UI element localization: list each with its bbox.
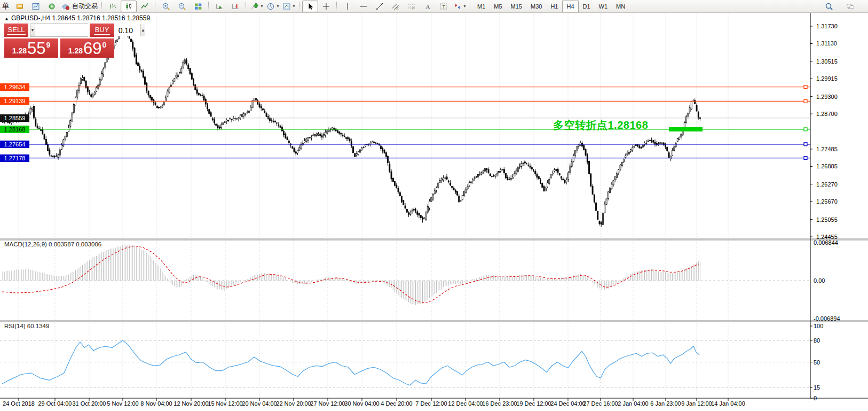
chart-title-text: GBPUSD-,H4 1.28645 1.28716 1.28516 1.285…	[11, 14, 150, 22]
horizontal-line-icon	[359, 2, 368, 11]
buy-price-display[interactable]: 1.28690	[60, 38, 114, 58]
chart-shift-button[interactable]	[227, 1, 243, 12]
timeframe-m1-button[interactable]: M1	[473, 1, 490, 12]
periods-icon	[266, 2, 275, 11]
toolbar-separator	[208, 2, 209, 11]
bar-chart-icon	[108, 2, 117, 11]
draw-arrows-button-dropdown-icon[interactable]: ▾	[463, 4, 465, 9]
pivot-annotation-text[interactable]: 多空转折点1.28168	[553, 118, 648, 133]
main-toolbar: 单自动交易▾▾▾EFAT▾M1M5M15M30H1H4D1W1MN	[0, 0, 868, 13]
zoom-out-button[interactable]	[174, 1, 190, 12]
chat-button[interactable]	[842, 1, 858, 12]
svg-text:E: E	[397, 6, 399, 10]
draw-vline-button[interactable]	[340, 1, 356, 12]
timeframe-w1-button[interactable]: W1	[595, 1, 612, 12]
draw-fibonacci-button[interactable]: F	[404, 1, 420, 12]
buy-price-big: 69	[83, 41, 101, 57]
templates-button[interactable]: ▾	[281, 1, 297, 12]
timeframe-h1-button[interactable]: H1	[546, 1, 562, 12]
zoom-out-icon	[178, 2, 186, 11]
sell-price-display[interactable]: 1.28559	[4, 38, 58, 58]
fibonacci-icon: F	[407, 2, 416, 11]
lot-stepper: ▼ ▲	[30, 24, 88, 37]
chart-title: ▲GBPUSD-,H4 1.28645 1.28716 1.28516 1.28…	[4, 14, 150, 22]
lot-decrease-button[interactable]: ▼	[30, 24, 35, 36]
candlestick-icon	[124, 2, 133, 11]
toolbar-separator	[155, 2, 156, 11]
timeframe-m5-button[interactable]: M5	[490, 1, 506, 12]
svg-text:A: A	[425, 3, 430, 10]
zoom-in-button[interactable]	[158, 1, 174, 12]
trend-line-icon	[375, 2, 384, 11]
one-click-trading-panel: SELL ▼ ▲ BUY 1.28559 1.28690	[4, 24, 114, 58]
crosshair-tool-button[interactable]	[318, 1, 334, 12]
candlestick-mode-button[interactable]	[121, 1, 137, 12]
new-order-button[interactable]	[12, 1, 28, 12]
bar-chart-mode-button[interactable]	[105, 1, 121, 12]
buy-button[interactable]: BUY	[90, 24, 114, 37]
draw-trendline-button[interactable]	[372, 1, 388, 12]
timeframe-mn-button[interactable]: MN	[612, 1, 629, 12]
svg-text:F: F	[413, 7, 415, 11]
text-icon: A	[423, 2, 432, 11]
autotrading-button-label: 自动交易	[72, 2, 98, 11]
timeframe-h4-button[interactable]: H4	[562, 1, 578, 12]
new-order-icon	[15, 2, 24, 11]
buy-price-prefix: 1.28	[68, 46, 83, 55]
chart-shift-icon	[231, 2, 240, 11]
text-label-icon: T	[439, 2, 448, 11]
zoom-in-icon	[162, 2, 170, 11]
rsi-indicator-label: RSI(14) 60.1349	[4, 323, 49, 329]
draw-text-button[interactable]: A	[420, 1, 436, 12]
chart-window-icon	[31, 2, 40, 11]
cursor-icon	[306, 2, 314, 11]
search-button[interactable]	[821, 1, 837, 12]
periods-button[interactable]: ▾	[265, 1, 281, 12]
lot-size-input[interactable]	[35, 24, 140, 36]
templates-icon	[282, 2, 291, 11]
periods-button-dropdown-icon[interactable]: ▾	[277, 4, 279, 9]
indicators-icon	[250, 2, 259, 11]
autotrading-button[interactable]: 自动交易	[60, 1, 99, 12]
cursor-tool-button[interactable]	[302, 1, 318, 12]
cloud-autotrading-icon	[61, 2, 70, 11]
auto-scroll-button[interactable]	[211, 1, 227, 12]
vertical-line-icon	[343, 2, 352, 11]
arrows-icon	[453, 2, 462, 11]
timeframe-m15-button[interactable]: M15	[507, 1, 526, 12]
draw-arrows-button[interactable]: ▾	[452, 1, 468, 12]
toolbar-separator	[470, 2, 471, 11]
tile-windows-button[interactable]	[190, 1, 206, 12]
channel-icon: E	[391, 2, 400, 11]
lot-increase-button[interactable]: ▲	[140, 24, 145, 36]
buy-price-pip: 0	[102, 41, 106, 49]
timeframe-d1-button[interactable]: D1	[579, 1, 595, 12]
tile-windows-icon	[194, 2, 202, 11]
new-chart-button[interactable]	[28, 1, 44, 12]
mt4-window: 单自动交易▾▾▾EFAT▾M1M5M15M30H1H4D1W1MN ▲GBPUS…	[0, 0, 868, 411]
sound-button[interactable]	[44, 1, 60, 12]
timeframe-m30-button[interactable]: M30	[526, 1, 546, 12]
collapse-panel-icon[interactable]: ▲	[4, 16, 9, 21]
line-chart-mode-button[interactable]	[137, 1, 153, 12]
menu-char[interactable]: 单	[2, 2, 10, 11]
svg-text:T: T	[443, 4, 446, 9]
indicators-button[interactable]: ▾	[249, 1, 265, 12]
indicators-button-dropdown-icon[interactable]: ▾	[261, 4, 263, 9]
sell-price-pip: 9	[46, 41, 50, 49]
draw-label-button[interactable]: T	[436, 1, 452, 12]
sell-button[interactable]: SELL	[4, 24, 28, 37]
crosshair-icon	[322, 2, 330, 11]
sell-price-prefix: 1.28	[12, 46, 27, 55]
sell-price-big: 55	[27, 41, 45, 57]
draw-hline-button[interactable]	[356, 1, 372, 12]
chart-canvas[interactable]	[0, 0, 868, 411]
sound-icon	[48, 2, 56, 11]
line-chart-icon	[140, 2, 149, 11]
draw-channel-button[interactable]: E	[388, 1, 404, 12]
templates-button-dropdown-icon[interactable]: ▾	[293, 4, 295, 9]
toolbar-separator	[246, 2, 247, 11]
toolbar-separator	[336, 2, 337, 11]
macd-indicator-label: MACD(12,26,9) 0.003587 0.003006	[4, 241, 101, 247]
toolbar-right	[821, 1, 858, 12]
